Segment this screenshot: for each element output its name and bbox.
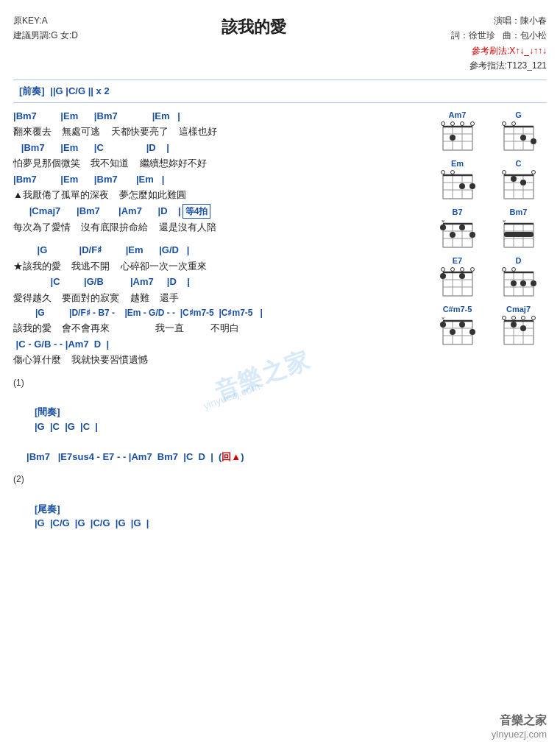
suggestion-info: 建議男調:G 女:D [13,28,78,43]
beat4-box: 等4拍 [182,204,211,219]
svg-point-91 [459,273,465,279]
Bm7-diagram: × [500,218,537,250]
svg-point-132 [521,316,525,319]
lyric-line-5: ★該我的愛 我逃不開 心碎卻一次一次重來 [13,259,423,274]
svg-point-102 [502,267,506,271]
intro-label: [前奏] [19,85,45,96]
svg-point-133 [531,316,535,319]
lyric-line-4: 每次為了愛情 沒有底限拚命給 還是沒有人陪 [13,220,423,235]
chord-line-2: |Bm7 |Em |C |D | [13,141,423,155]
svg-rect-77 [504,232,534,237]
svg-point-90 [440,273,446,279]
svg-point-64 [450,232,456,238]
interlude-chords: |G |C |G |C | [35,421,98,432]
svg-point-49 [502,170,506,174]
paren2: (2) [13,473,423,486]
svg-point-120 [469,329,475,335]
svg-rect-121 [504,321,534,344]
svg-point-9 [441,121,444,125]
svg-point-104 [520,280,526,286]
chord-diagrams: Am7 [429,107,547,547]
singer: 演唱：陳小春 [429,13,547,28]
svg-text:×: × [441,218,444,224]
composer: 曲：包小松 [503,30,547,40]
G-diagram [500,121,537,153]
lyric-line-7: 該我的愛 會不會再來 我一直 不明白 [13,321,423,336]
chord-Cmaj7: Cmaj7 [490,305,547,347]
lyricist: 詞：徐世珍 [451,30,495,40]
header: 原KEY:A 建議男調:G 女:D 該我的愛 演唱：陳小春 詞：徐世珍 曲：包小… [13,13,547,74]
outro-label: [尾奏] [35,503,60,514]
chord-B7: B7 × [429,208,486,250]
chord-line-4: |Cmaj7 |Bm7 |Am7 |D |等4拍 [13,204,423,219]
E7-diagram [439,266,476,299]
svg-point-134 [511,322,517,328]
key-info: 原KEY:A [13,13,78,28]
svg-point-103 [511,267,515,271]
svg-point-130 [502,316,506,319]
intro-line: [前奏] ||G |C/G || x 2 [19,85,547,98]
strum-pattern: 參考刷法:X↑↓_↓↑↑↓ [429,43,547,58]
svg-rect-93 [504,272,534,296]
outro-chords: |G |C/G |G |C/G |G |G | [35,517,149,528]
page: 原KEY:A 建議男調:G 女:D 該我的愛 演唱：陳小春 詞：徐世珍 曲：包小… [0,0,560,750]
svg-point-24 [511,121,515,125]
svg-point-119 [459,322,465,328]
svg-point-63 [440,224,446,230]
header-left: 原KEY:A 建議男調:G 女:D [13,13,78,43]
chord-line-8: |C - G/B - - |Am7 D | [13,337,423,352]
logo-big: 音樂之家 [492,713,547,729]
svg-point-26 [531,138,536,144]
svg-point-118 [450,329,456,335]
svg-rect-14 [504,127,534,150]
Cmaj7-diagram [500,315,537,347]
chord-G: G [490,110,547,153]
svg-rect-78 [443,272,472,296]
Csharpm7-5-diagram: × [439,315,476,347]
svg-point-89 [460,267,464,271]
Em-diagram [439,169,476,202]
content-area: |Bm7 |Em |Bm7 |Em | 翻來覆去 無處可逃 天都快要亮了 這樣也… [13,107,547,547]
svg-point-87 [441,267,444,271]
svg-rect-40 [504,175,534,199]
chord-E7: E7 [429,256,486,299]
chord-D: D [490,256,547,299]
chord-grid: Am7 [429,110,547,347]
svg-point-117 [440,322,446,328]
intro-chords: ||G |C/G || x 2 [50,85,109,96]
svg-point-10 [450,121,454,125]
D-diagram [500,266,537,299]
page-title: 該我的愛 [78,13,429,38]
svg-rect-107 [443,321,472,344]
svg-point-65 [459,224,465,230]
lyric-line-3: ▲我厭倦了孤單的深夜 夢怎麼如此難圓 [13,188,423,202]
chord-Em: Em [429,159,486,202]
svg-point-25 [520,135,526,141]
chord-C: C [490,159,547,202]
outro-line: [尾奏] |G |C/G |G |C/G |G |G | [13,487,423,545]
lyrics-area: |Bm7 |Em |Bm7 |Em | 翻來覆去 無處可逃 天都快要亮了 這樣也… [13,107,423,547]
svg-point-51 [511,176,517,182]
Am7-diagram [439,121,476,153]
interlude-line: [間奏] |G |C |G |C | [13,391,423,448]
chord-line-9: |Bm7 |E7sus4 - E7 - - |Am7 Bm7 |C D | (回… [13,450,423,464]
paren1: (1) [13,376,423,389]
svg-point-66 [469,232,475,238]
return-label: 回▲ [221,451,241,462]
chord-Bm7: Bm7 × [490,208,547,250]
chord-line-3: |Bm7 |Em |Bm7 |Em | [13,172,423,187]
svg-point-37 [450,170,454,174]
chord-line-5: |G |D/F♯ |Em |G/D | [13,243,423,258]
svg-point-13 [450,135,456,141]
svg-point-105 [531,280,536,286]
C-diagram [500,169,537,202]
chord-line-1: |Bm7 |Em |Bm7 |Em | [13,109,423,124]
chord-Am7: Am7 [429,110,486,153]
mid-divider [13,102,547,103]
svg-rect-53 [443,224,472,247]
svg-point-88 [450,267,454,271]
interlude-label: [間奏] [35,406,60,417]
svg-point-92 [470,267,474,271]
svg-point-23 [502,121,506,125]
B7-diagram: × [439,218,476,250]
